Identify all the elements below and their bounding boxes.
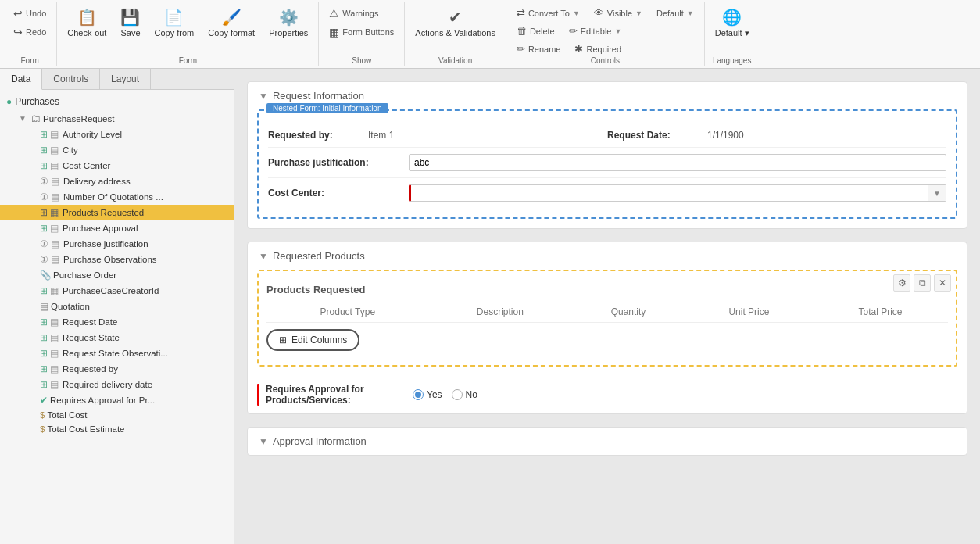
tree-label: Request State Observati... xyxy=(63,349,227,358)
tree-item-number-quotations[interactable]: ① ▤ Number Of Quotations ... xyxy=(0,189,234,205)
sub-icon: ▤ xyxy=(51,238,59,249)
sub-icon: ▤ xyxy=(50,129,59,140)
table-settings-button[interactable]: ⚙ xyxy=(893,274,910,292)
properties-button[interactable]: ⚙️ Properties xyxy=(263,5,313,41)
convert-to-button[interactable]: ⇄ Convert To ▼ xyxy=(511,5,585,21)
approval-info-header[interactable]: ▼ Approval Information xyxy=(248,428,967,455)
tree-item-request-date[interactable]: ⊞ ▤ Request Date xyxy=(0,314,234,330)
edit-columns-button[interactable]: ⊞ Edit Columns xyxy=(266,329,359,351)
tree-item-total-cost[interactable]: $ Total Cost xyxy=(0,408,234,422)
editable-dropdown-arrow: ▼ xyxy=(614,27,621,35)
required-button[interactable]: ✱ Required xyxy=(569,41,627,57)
copy-from-button[interactable]: 📄 Copy from xyxy=(149,5,200,41)
field-icon: ⊞ xyxy=(40,129,48,140)
sub-icon: ▦ xyxy=(50,285,59,296)
tree-item-quotation[interactable]: ▤ Quotation xyxy=(0,299,234,314)
requested-products-header[interactable]: ▼ Requested Products xyxy=(248,242,967,270)
tree-label: Authority Level xyxy=(63,130,227,139)
tree-item-purchase-justification[interactable]: ① ▤ Purchase justification xyxy=(0,236,234,252)
warnings-button[interactable]: ⚠ Warnings xyxy=(324,5,384,22)
tree-item-purchase-approval[interactable]: ⊞ ▤ Purchase Approval xyxy=(0,220,234,236)
redo-button[interactable]: ↪ Redo xyxy=(8,23,52,41)
redo-icon: ↪ xyxy=(13,26,23,38)
tree-item-total-cost-estimate[interactable]: $ Total Cost Estimate xyxy=(0,422,234,436)
tree-label: Required delivery date xyxy=(63,380,227,389)
purchase-justification-label: Purchase justification: xyxy=(268,154,409,168)
sub-icon: ▤ xyxy=(50,223,59,234)
cost-center-input[interactable] xyxy=(411,185,928,201)
tree-label: Products Requested xyxy=(63,208,227,217)
tree-item-request-state-observ[interactable]: ⊞ ▤ Request State Observati... xyxy=(0,345,234,361)
rename-icon: ✏ xyxy=(517,43,525,55)
table-delete-button[interactable]: ✕ xyxy=(934,274,951,292)
tree-item-purchase-observations[interactable]: ① ▤ Purchase Observations xyxy=(0,252,234,267)
field-icon: $ xyxy=(40,410,45,420)
purchase-justification-row: Purchase justification: xyxy=(268,148,946,178)
tree-item-products-requested[interactable]: ⊞ ▦ Products Requested xyxy=(0,205,234,220)
left-panel: Data Controls Layout ● Purchases ▼ 🗂 Pur… xyxy=(0,69,234,544)
table-copy-button[interactable]: ⧉ xyxy=(914,274,931,292)
field-icon: ① xyxy=(40,238,48,249)
field-icon: ⊞ xyxy=(40,160,48,171)
properties-icon: ⚙️ xyxy=(279,8,299,27)
sub-icon: ▤ xyxy=(50,379,59,390)
checkout-icon: 📋 xyxy=(77,8,97,27)
properties-label: Properties xyxy=(269,28,308,38)
toolbar-group-show: ⚠ Warnings ▦ Form Buttons Show xyxy=(319,2,405,66)
toolbar-group-undo-redo: ↩ Undo ↪ Redo Form xyxy=(3,2,57,66)
form-buttons-button[interactable]: ▦ Form Buttons xyxy=(324,23,399,41)
tree-label: Total Cost xyxy=(47,410,227,420)
copy-format-button[interactable]: 🖌️ Copy format xyxy=(202,5,260,41)
undo-button[interactable]: ↩ Undo xyxy=(8,5,52,22)
visible-icon: 👁 xyxy=(594,7,604,19)
save-icon: 💾 xyxy=(120,8,140,27)
tree-label: Purchase justification xyxy=(63,239,227,249)
nested-form-label: Nested Form: Initial Information xyxy=(266,103,388,113)
dropdown-arrow-icon[interactable]: ▼ xyxy=(928,185,946,201)
radio-yes-circle xyxy=(413,389,424,400)
field-icon: ⊞ xyxy=(40,332,48,343)
required-indicator xyxy=(257,384,259,406)
radio-no[interactable]: No xyxy=(452,389,477,400)
sub-icon: ▤ xyxy=(50,348,59,359)
purchase-justification-input[interactable] xyxy=(409,154,946,171)
checkout-label: Check-out xyxy=(67,28,106,38)
tree-item-requested-by[interactable]: ⊞ ▤ Requested by xyxy=(0,361,234,377)
rename-label: Rename xyxy=(528,45,561,54)
tree-root-purchases[interactable]: ● Purchases xyxy=(0,93,234,110)
panel-tabs: Data Controls Layout xyxy=(0,69,234,90)
tab-layout[interactable]: Layout xyxy=(100,69,151,89)
radio-yes[interactable]: Yes xyxy=(413,389,442,400)
default-button[interactable]: Default ▼ xyxy=(651,5,699,21)
editable-button[interactable]: ✏ Editable ▼ xyxy=(563,23,628,39)
toolbar-group-languages: 🌐 Default ▾ Languages xyxy=(705,2,760,66)
delete-button[interactable]: 🗑 Delete xyxy=(511,23,560,39)
tree-item-required-delivery-date[interactable]: ⊞ ▤ Required delivery date xyxy=(0,377,234,392)
tree-item-authority-level[interactable]: ⊞ ▤ Authority Level xyxy=(0,127,234,142)
tree-item-delivery-address[interactable]: ① ▤ Delivery address xyxy=(0,174,234,189)
checkout-button[interactable]: 📋 Check-out xyxy=(62,5,112,41)
tree-item-request-state[interactable]: ⊞ ▤ Request State xyxy=(0,330,234,345)
tree-item-city[interactable]: ⊞ ▤ City xyxy=(0,142,234,158)
rename-button[interactable]: ✏ Rename xyxy=(511,41,567,57)
tree-item-cost-center[interactable]: ⊞ ▤ Cost Center xyxy=(0,158,234,174)
requested-by-pair: Requested by: Item 1 xyxy=(268,130,607,141)
default-lang-button[interactable]: 🌐 Default ▾ xyxy=(710,5,755,41)
tab-data[interactable]: Data xyxy=(0,69,42,90)
tree-label: Requested by xyxy=(63,364,227,374)
field-icon: ✔ xyxy=(40,395,48,406)
cost-center-dropdown[interactable]: ▼ xyxy=(409,184,946,202)
visible-button[interactable]: 👁 Visible ▼ xyxy=(588,5,648,21)
tree-item-requires-approval[interactable]: ✔ Requires Approval for Pr... xyxy=(0,392,234,408)
tree-item-purchase-request[interactable]: ▼ 🗂 PurchaseRequest xyxy=(0,110,234,127)
visible-dropdown-arrow: ▼ xyxy=(635,9,642,17)
field-icon: 📎 xyxy=(40,270,51,281)
sub-icon: ▤ xyxy=(50,160,59,171)
convert-to-label: Convert To xyxy=(528,9,570,18)
tree-item-purchase-case-creator[interactable]: ⊞ ▦ PurchaseCaseCreatorId xyxy=(0,283,234,299)
save-button[interactable]: 💾 Save xyxy=(115,5,145,41)
tree-label: Total Cost Estimate xyxy=(47,424,227,434)
actions-validations-button[interactable]: ✔ Actions & Validations xyxy=(410,5,501,41)
tab-controls[interactable]: Controls xyxy=(42,69,100,89)
tree-item-purchase-order[interactable]: 📎 Purchase Order xyxy=(0,267,234,283)
